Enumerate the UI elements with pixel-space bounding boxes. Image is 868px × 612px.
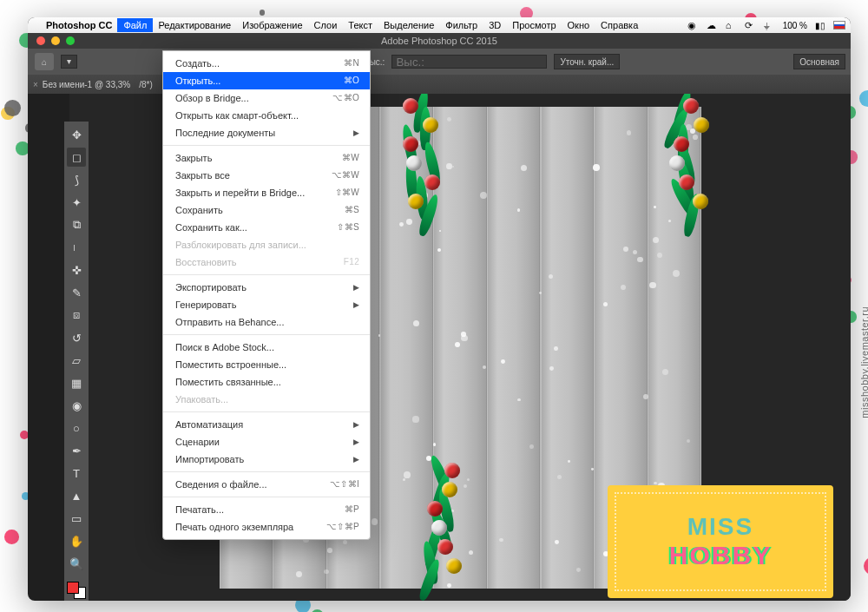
close-window-button[interactable] [36,36,45,45]
menubar-item[interactable]: Фильтр [445,20,477,30]
menu-item[interactable]: Сценарии▶ [163,433,370,451]
menu-item[interactable]: Закрыть и перейти в Bridge...⇧⌘W [163,184,370,201]
menu-item[interactable]: Открыть...⌘O [163,72,370,89]
zoom-tool[interactable]: 🔍 [67,554,86,573]
brush-tool[interactable]: ✎ [67,283,86,302]
shape-tool[interactable]: ▭ [67,509,86,528]
menubar-item[interactable]: Выделение [384,20,434,30]
brand-line-2: HOBBY [669,541,772,570]
path-select-tool[interactable]: ▲ [67,486,86,505]
menu-item: Упаковать... [163,391,370,408]
menu-item[interactable]: Генерировать▶ [163,296,370,313]
menubar-item[interactable]: Файл [117,18,153,32]
document-tab-label: /8*) [139,80,153,89]
input-language-flag[interactable] [833,21,845,30]
settings-icon[interactable]: ⌂ [726,20,737,31]
menubar-item[interactable]: Изображение [242,20,302,30]
menu-item[interactable]: Отправить на Behance... [163,313,370,331]
menu-item[interactable]: Поиск в Adobe Stock... [163,339,370,356]
menu-item[interactable]: Последние документы▶ [163,124,370,141]
blur-tool[interactable]: ◉ [67,396,86,415]
menu-item[interactable]: Сохранить как...⇧⌘S [163,219,370,236]
menubar-item[interactable]: Просмотр [512,20,556,30]
source-url-label: misshobby.livemaster.ru [859,306,868,418]
menu-item[interactable]: Закрыть все⌥⌘W [163,167,370,184]
menu-item[interactable]: Поместить связанные... [163,373,370,391]
menu-item[interactable]: Закрыть⌘W [163,149,370,167]
lasso-tool[interactable]: ⟆ [67,170,86,189]
window-title: Adobe Photoshop CC 2015 [28,36,851,46]
menubar-item[interactable]: Слои [314,20,338,30]
menu-item[interactable]: Поместить встроенные... [163,356,370,373]
document-tab-bar: × Без имени-1 @ 33,3% /8*) [28,75,851,94]
eyedropper-tool[interactable]: ⃓ [67,238,86,257]
document-tab[interactable]: × Без имени-1 @ 33,3% [33,80,130,89]
window-titlebar: Adobe Photoshop CC 2015 [28,33,851,49]
tool-preset-dropdown[interactable]: ▾ [61,55,77,69]
workspace-button[interactable]: Основная [793,54,845,69]
tools-panel: ✥◻⟆✦⧉⃓✜✎⧇↺▱▦◉○✒T▲▭✋🔍 [64,122,89,601]
zoom-window-button[interactable] [66,36,75,45]
refine-edge-button[interactable]: Уточн. край... [554,54,620,69]
document-tab-label: Без имени-1 @ 33,3% [43,80,130,89]
hand-tool[interactable]: ✋ [67,531,86,550]
menu-item[interactable]: Печатать...⌘P [163,501,370,518]
magic-wand-tool[interactable]: ✦ [67,193,86,212]
menubar-item[interactable]: 3D [489,20,501,30]
sync-icon[interactable]: ⟳ [745,20,756,31]
menubar-item[interactable]: Справка [601,20,638,30]
clone-stamp-tool[interactable]: ⧇ [67,306,86,325]
home-icon[interactable]: ⌂ [35,53,54,70]
healing-brush-tool[interactable]: ✜ [67,260,86,280]
eraser-tool[interactable]: ▱ [67,351,86,370]
mac-menubar: Photoshop CC ФайлРедактированиеИзображен… [28,17,851,33]
options-bar: ⌂ ▾ Обычный ▾ Выс.: Уточн. край... Основ… [28,49,851,75]
height-input[interactable] [391,55,547,69]
battery-label: 100 % [783,21,807,30]
cloud-icon[interactable]: ☁ [707,20,718,31]
watermark-card: MISS HOBBY [608,485,833,598]
brand-line-1: MISS [669,513,772,541]
battery-icon: ▮▯ [815,21,825,30]
menubar-item[interactable]: Редактирование [158,20,231,30]
minimize-window-button[interactable] [51,36,60,45]
menu-item[interactable]: Сохранить⌘S [163,201,370,219]
menu-item[interactable]: Печать одного экземпляра⌥⇧⌘P [163,518,370,536]
menu-item[interactable]: Открыть как смарт-объект... [163,107,370,124]
wifi-icon[interactable]: ⏚ [764,20,775,31]
move-tool[interactable]: ✥ [67,125,86,144]
pen-tool[interactable]: ✒ [67,441,86,460]
file-menu-dropdown: Создать...⌘NОткрыть...⌘OОбзор в Bridge..… [162,50,371,540]
menu-item: Разблокировать для записи... [163,236,370,253]
dodge-tool[interactable]: ○ [67,418,86,438]
marquee-tool[interactable]: ◻ [67,148,86,167]
menubar-item[interactable]: Окно [568,20,590,30]
gradient-tool[interactable]: ▦ [67,373,86,392]
history-brush-tool[interactable]: ↺ [67,328,86,347]
close-tab-icon[interactable]: × [33,80,38,89]
menu-item[interactable]: Обзор в Bridge...⌥⌘O [163,89,370,107]
menu-item[interactable]: Автоматизация▶ [163,416,370,433]
menu-item[interactable]: Сведения о файле...⌥⇧⌘I [163,476,370,493]
crop-tool[interactable]: ⧉ [67,215,86,234]
menubar-item[interactable]: Текст [348,20,372,30]
app-name-label: Photoshop CC [46,20,112,30]
menu-item[interactable]: Импортировать▶ [163,451,370,468]
creative-cloud-icon[interactable]: ◉ [687,20,699,31]
menu-item: ВосстановитьF12 [163,253,370,271]
type-tool[interactable]: T [67,464,86,483]
menu-item[interactable]: Создать...⌘N [163,55,370,72]
menu-item[interactable]: Экспортировать▶ [163,279,370,296]
document-tab[interactable]: /8*) [139,80,153,89]
color-swatches[interactable] [67,582,86,599]
